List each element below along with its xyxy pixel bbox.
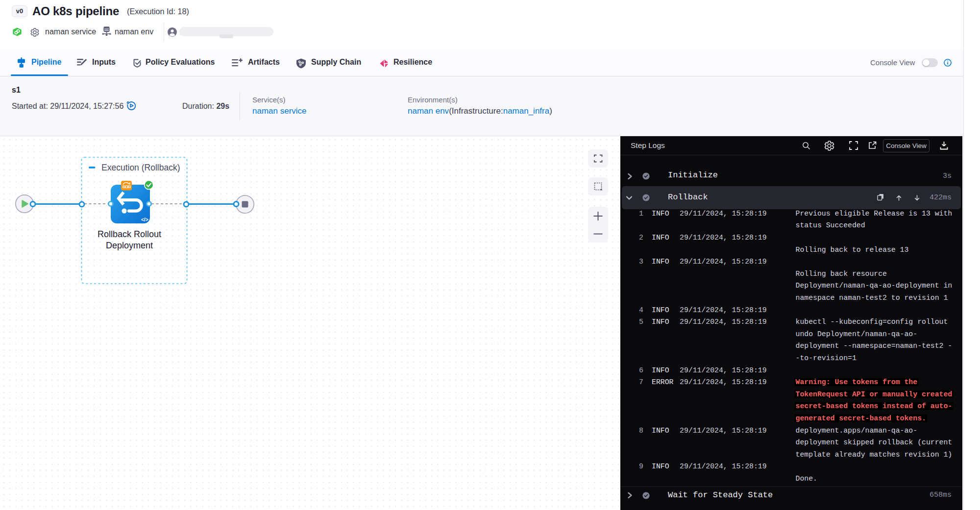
svg-text:</>: </> [141,217,148,222]
